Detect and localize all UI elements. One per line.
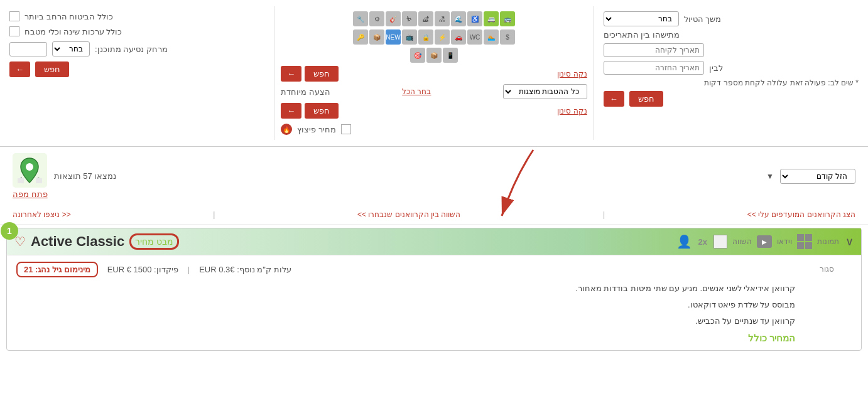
- amenity-icons-row2: $ 🏊 WC 🚗 ⚡ 🔒 📺 NEW 📦 🔑: [281, 29, 587, 45]
- price-checkbox[interactable]: [341, 124, 351, 134]
- results-area: 1 ∨ תמונות וידאו ▶ השווה: [0, 228, 868, 351]
- left-back-button[interactable]: ←: [604, 91, 624, 107]
- route-select[interactable]: בחר: [604, 11, 679, 26]
- map-section: נמצאו 57 תוצאות פתח מפה: [13, 153, 116, 199]
- view-icons-group: תמונות וידאו ▶ השווה: [713, 234, 839, 249]
- map-icon: [13, 153, 47, 188]
- price-view-label-highlighted[interactable]: מבט מחיר: [129, 233, 179, 250]
- middle-search-btn2[interactable]: חפש: [305, 103, 339, 119]
- nav-links-section: הצג הקרוואנים המועדפים עלי >> | השווה בי…: [0, 205, 868, 225]
- offers-dropdown[interactable]: כל ההטבות מוצגות: [503, 84, 587, 99]
- map-link-container: פתח מפה: [13, 153, 48, 199]
- icon-mobile[interactable]: 📱: [443, 48, 458, 63]
- bedding-checkbox[interactable]: [9, 26, 19, 36]
- icon-water[interactable]: 🌊: [451, 11, 466, 26]
- checkbox1-label: כולל הביטוח הרחב ביותר: [24, 12, 113, 21]
- price-info-row: עלות ק"מ נוסף: 0.3€ EUR | פיקדון: 1500 €…: [16, 262, 795, 277]
- insurance-checkbox[interactable]: [9, 11, 19, 21]
- best-link[interactable]: בחר הכל: [402, 87, 431, 96]
- result-main: עלות ק"מ נוסף: 0.3€ EUR | פיקדון: 1500 €…: [16, 262, 795, 344]
- multiplier: 2x: [698, 237, 707, 247]
- collapse-button[interactable]: ∨: [845, 235, 854, 248]
- price-view-label: מבט מחיר: [135, 237, 173, 247]
- icon-camp[interactable]: 🏕: [418, 11, 433, 26]
- total-price-label: המחיר כולל: [16, 333, 795, 344]
- left-filter-panel: משך הטיול בחר מתישהו בין התאריכים לבין *…: [594, 6, 868, 140]
- results-count: נמצאו 57 תוצאות: [54, 171, 117, 181]
- icon-box[interactable]: 📦: [369, 29, 384, 45]
- icon-beach[interactable]: 🏖: [435, 11, 450, 26]
- icon-lock[interactable]: 🔒: [418, 29, 433, 45]
- km-surcharge-value: 0.3€ EUR: [199, 265, 234, 274]
- svg-rect-3: [36, 178, 42, 183]
- icon-dollar[interactable]: $: [500, 29, 515, 45]
- chevron-down-icon: ▼: [766, 172, 774, 181]
- icon-tv[interactable]: 📺: [402, 29, 417, 45]
- price-fire-icon: 🔥: [281, 124, 292, 135]
- icon-package[interactable]: 📦: [426, 48, 442, 63]
- middle-back-btn2[interactable]: ←: [281, 103, 301, 119]
- checkbox2-label: כולל ערכות שינה וכלי מטבח: [24, 27, 122, 36]
- icon-bus[interactable]: 🚌: [500, 11, 515, 26]
- nav-link-compare[interactable]: השווה בין הקרוואנים שנבחרו >>: [357, 210, 460, 219]
- distance-input[interactable]: 0: [9, 42, 47, 56]
- icon-accessible[interactable]: ♿: [467, 11, 482, 26]
- middle-back-btn[interactable]: ←: [281, 66, 301, 82]
- nav-link-recent[interactable]: << ניצפו לאחרונה: [13, 210, 71, 219]
- result-header: ∨ תמונות וידאו ▶ השווה 2x 👤: [7, 228, 861, 255]
- result-number-badge: 1: [1, 222, 18, 240]
- middle-search-btn[interactable]: חפש: [305, 66, 339, 82]
- right-search-btn[interactable]: חפש: [35, 61, 69, 77]
- icon-pool[interactable]: 🏊: [484, 29, 499, 45]
- icon-car[interactable]: 🚗: [451, 29, 466, 45]
- result-item-1: 1 ∨ תמונות וידאו ▶ השווה: [6, 228, 862, 351]
- special-offer-label: הצעה מיוחדת: [281, 87, 330, 97]
- amenity-icons-row3: 📱 📦 🎯: [281, 48, 587, 63]
- icon-ski[interactable]: ⛷: [402, 11, 417, 26]
- icon-key[interactable]: 🔑: [353, 29, 368, 45]
- result-title: Active Classic: [31, 233, 124, 250]
- until-label: לבין: [709, 63, 723, 73]
- icon-wc[interactable]: WC: [467, 29, 482, 45]
- video-label: וידאו: [777, 237, 792, 246]
- km-surcharge: עלות ק"מ נוסף: 0.3€ EUR: [199, 265, 291, 274]
- sort-select[interactable]: הזל קודם: [780, 169, 855, 184]
- min-age-badge[interactable]: מינימום גיל נהג: 21: [16, 262, 98, 277]
- price-label: מחיר פיצוץ: [297, 125, 336, 134]
- icon-gear[interactable]: ⚙: [369, 11, 384, 26]
- result-body: סגור עלות ק"מ נוסף: 0.3€ EUR | פיקדון: 1…: [7, 255, 861, 350]
- route-label: משך הטיול: [684, 14, 722, 24]
- distance-select[interactable]: בחר: [52, 41, 90, 56]
- dates-label: מתישהו בין התאריכים: [604, 30, 680, 40]
- icon-van[interactable]: 🚐: [484, 11, 499, 26]
- closed-label: סגור: [801, 265, 852, 274]
- compare-checkbox[interactable]: [713, 235, 727, 248]
- icon-music[interactable]: 🎸: [386, 11, 401, 26]
- person-icon: 👤: [676, 234, 692, 249]
- svg-point-1: [26, 163, 33, 171]
- map-open-link[interactable]: פתח מפה: [13, 190, 48, 199]
- deposit-value: 1500 € EUR: [107, 265, 152, 274]
- icon-new[interactable]: NEW: [386, 29, 401, 45]
- video-icon[interactable]: ▶: [757, 235, 772, 248]
- note-text: * שים לב: פעולה זאת עלולה לקחת מספר דקות: [604, 78, 859, 87]
- amenity-icons-row1: 🚌 🚐 ♿ 🌊 🏖 🏕 ⛷ 🎸 ⚙ 🔧: [281, 11, 587, 26]
- date-from-input[interactable]: [604, 43, 704, 57]
- clear-filter-link1[interactable]: נקה סינון: [557, 70, 587, 78]
- right-back-btn[interactable]: ←: [9, 61, 30, 77]
- svg-rect-2: [18, 178, 24, 183]
- nav-link-favorites[interactable]: הצג הקרוואנים המועדפים עלי >>: [747, 210, 855, 219]
- photos-icon[interactable]: [797, 234, 812, 249]
- icon-target[interactable]: 🎯: [410, 48, 425, 63]
- desc-text-3: קרוואן עד שנתיים על הכביש.: [16, 315, 795, 328]
- compare-label: השווה: [732, 237, 752, 246]
- icon-tools[interactable]: 🔧: [353, 11, 368, 26]
- icon-electric[interactable]: ⚡: [435, 29, 450, 45]
- desc-text-1: קרוואן אידיאלי לשני אנשים. מגיע עם שתי מ…: [16, 282, 795, 296]
- result-sidebar: סגור: [801, 262, 852, 344]
- sort-section: הזל קודם ▼: [766, 169, 855, 184]
- date-to-input[interactable]: [604, 61, 704, 75]
- right-filter-panel: כולל הביטוח הרחב ביותר כולל ערכות שינה ו…: [0, 6, 274, 140]
- clear-filter-link2[interactable]: נקה סינון: [557, 107, 587, 115]
- left-search-button[interactable]: חפש: [629, 91, 663, 107]
